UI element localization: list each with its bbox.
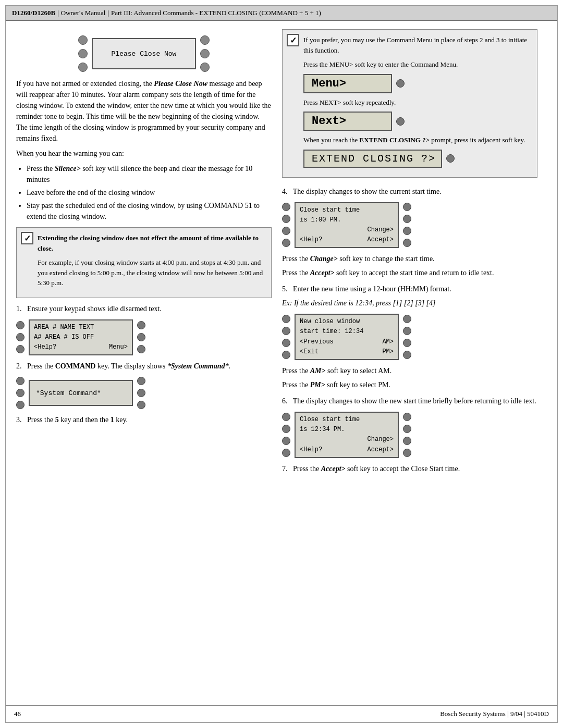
s5-rbtn1 [403, 315, 411, 323]
s6-btn4 [282, 449, 290, 457]
step5-left-btns [282, 315, 290, 359]
step4-left-btns [282, 203, 290, 247]
next-display-pair: Next> [303, 112, 531, 131]
page: D1260/D1260B | Owner's Manual | Part III… [5, 5, 558, 723]
step4-help: <Help? [300, 235, 322, 245]
s6-rbtn3 [403, 437, 411, 445]
menu-display-pair: Menu> [303, 74, 531, 93]
step1-display: AREA # NAME TEXT A# AREA # IS OFF <Help?… [29, 319, 133, 356]
step2-screen-pair: *System Command* [16, 377, 272, 409]
note-box-1: ✓ Extending the closing window does not … [16, 227, 272, 298]
step6-display: Close start time is 12:34 PM. Change> <H… [295, 412, 399, 458]
s2-rbtn1 [137, 377, 145, 385]
step7-text: 7. Press the Accept> soft key to accept … [282, 463, 537, 474]
accept-key-2: Accept> [321, 465, 346, 473]
please-close-now-text: Please Close Now [154, 80, 207, 88]
publisher: Bosch Security Systems | 9/04 | 50410D [440, 710, 549, 718]
step1-help: <Help? [34, 342, 56, 352]
step6-left-btns [282, 413, 290, 457]
right-note-para2: Press the MENU> soft key to enter the Co… [303, 59, 531, 70]
menu-rbtn1 [396, 79, 405, 88]
header-sep1: | [57, 9, 59, 17]
s4-rbtn3 [403, 227, 411, 235]
menu-label: Menu> [312, 77, 346, 90]
step-4: 4. The display changes to show the curre… [282, 186, 537, 279]
step1-row3: <Help? Menu> [34, 342, 128, 352]
s4-btn3 [282, 227, 290, 235]
step2-display: *System Command* [29, 380, 133, 406]
step4-row1: Close start time [300, 205, 394, 215]
step4-right-btns [403, 203, 411, 247]
step6-change: Change> [368, 435, 394, 445]
step4-screen-pair: Close start time is 1:00 PM. Change> <He… [282, 202, 537, 249]
s5-btn4 [282, 351, 290, 359]
step1-row1: AREA # NAME TEXT [34, 323, 128, 332]
next-rbtn1 [396, 117, 405, 126]
step6-row4: <Help? Accept> [300, 445, 394, 455]
model-label: D1260/D1260B [12, 9, 55, 17]
step1-screen-pair: AREA # NAME TEXT A# AREA # IS OFF <Help?… [16, 319, 272, 356]
step-2: 2. Press the COMMAND key. The display sh… [16, 361, 272, 409]
key-5: 5 [55, 416, 59, 424]
step-7: 7. Press the Accept> soft key to accept … [282, 463, 537, 474]
step2-right-btns [137, 377, 145, 409]
s2-btn2 [16, 389, 25, 397]
step5-right-btns [403, 315, 411, 359]
btn-bl [78, 63, 88, 72]
right-note-para1: If you prefer, you may use the Command M… [303, 35, 531, 55]
check-icon-2: ✓ [287, 34, 299, 46]
s5-rbtn4 [403, 351, 411, 359]
step5-display: New close window start time: 12:34 <Prev… [295, 314, 399, 360]
extend-label: EXTEND CLOSING ?> [312, 153, 436, 165]
intro-screen: Please Close Now [92, 38, 196, 69]
header-sep2: | [107, 9, 109, 17]
menu-right-btns [396, 79, 405, 88]
step5-text: 5. Enter the new time using a 12-hour (H… [282, 283, 537, 294]
right-note-box: ✓ If you prefer, you may use the Command… [282, 29, 537, 178]
s1-btn3 [16, 345, 25, 353]
step5-exit: <Exit [300, 347, 319, 357]
right-note-para4: When you reach the EXTEND CLOSING ?> pro… [303, 135, 531, 145]
key-1: 1 [111, 416, 114, 424]
step4-row2: is 1:00 PM. [300, 215, 394, 225]
step1-row2: A# AREA # IS OFF [34, 332, 128, 342]
step5-pm: PM> [382, 347, 394, 357]
s4-btn2 [282, 215, 290, 223]
intro-para: If you have not armed or extended closin… [16, 78, 272, 144]
next-right-btns [396, 117, 405, 126]
step5-row2: start time: 12:34 [300, 327, 394, 337]
extend-rbtn1 [446, 154, 455, 163]
right-buttons [200, 35, 210, 72]
s5-rbtn2 [403, 327, 411, 335]
step5-am: AM> [382, 337, 394, 347]
left-column: Please Close Now If you have not armed o… [16, 29, 272, 697]
s4-rbtn2 [403, 215, 411, 223]
step5-prev: <Previous [300, 337, 334, 347]
header-manual: Owner's Manual [61, 9, 106, 17]
silence-key: Silence> [55, 165, 81, 172]
step4-row3: Change> [300, 225, 394, 235]
s6-rbtn1 [403, 413, 411, 421]
s6-rbtn4 [403, 449, 411, 457]
step4b-text: Press the Change> soft key to change the… [282, 253, 537, 264]
step-5: 5. Enter the new time using a 12-hour (H… [282, 283, 537, 390]
next-display: Next> [303, 112, 392, 131]
intro-screen-text: Please Close Now [112, 50, 177, 58]
s4-btn1 [282, 203, 290, 211]
page-number: 46 [14, 710, 21, 718]
right-note-para3: Press NEXT> soft key repeatedly. [303, 97, 531, 108]
s5-btn3 [282, 339, 290, 347]
s2-btn1 [16, 377, 25, 385]
step5-screen-pair: New close window start time: 12:34 <Prev… [282, 314, 537, 360]
step6-row3: Change> [300, 435, 394, 445]
step1-left-btns [16, 321, 25, 353]
btn-tr [200, 35, 210, 45]
step2-left-btns [16, 377, 25, 409]
step4-row4: <Help? Accept> [300, 235, 394, 245]
step5-row4: <Exit PM> [300, 347, 394, 357]
step5b-text: Press the AM> soft key to select AM. [282, 365, 537, 376]
intro-keypad: Please Close Now [78, 35, 210, 72]
change-key: Change> [310, 255, 338, 263]
step-1: 1. Ensure your keypad shows idle disarme… [16, 303, 272, 356]
extend-right-btns [446, 154, 455, 163]
